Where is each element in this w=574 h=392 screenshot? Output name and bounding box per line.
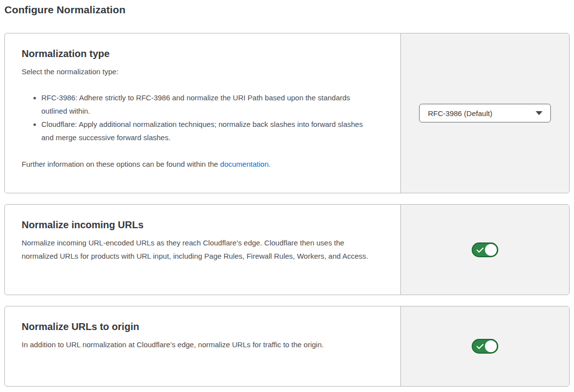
normalization-type-subtitle: Select the normalization type: [22,65,381,78]
card-normalize-incoming-urls-control-panel [400,205,569,295]
card-normalization-type: Normalization type Select the normalizat… [4,33,570,193]
documentation-link[interactable]: documentation [220,160,269,168]
card-title-normalize-incoming-urls: Normalize incoming URLs [22,219,381,231]
list-item-cloudflare: Cloudflare: Apply additional normalizati… [41,118,372,144]
documentation-note: Further information on these options can… [22,157,376,171]
toggle-knob [485,244,497,256]
normalize-urls-to-origin-toggle[interactable] [472,339,498,354]
normalize-incoming-urls-description: Normalize incoming URL-encoded URLs as t… [22,236,379,263]
card-normalization-type-control-panel: RFC-3986 (Default) [400,33,569,193]
card-normalize-urls-to-origin-control-panel [400,306,569,386]
chevron-down-icon [536,111,543,115]
check-icon [477,344,483,349]
normalize-urls-to-origin-description: In addition to URL normalization at Clou… [22,338,362,351]
card-normalize-urls-to-origin: Normalize URLs to origin In addition to … [4,306,570,387]
documentation-note-suffix: . [269,160,271,168]
normalization-type-select[interactable]: RFC-3986 (Default) [419,104,551,122]
configure-normalization-page: Configure Normalization Normalization ty… [0,0,574,391]
normalization-type-select-value: RFC-3986 (Default) [428,109,492,118]
card-title-normalize-urls-to-origin: Normalize URLs to origin [22,321,381,332]
card-normalize-urls-to-origin-content: Normalize URLs to origin In addition to … [5,306,400,386]
list-item-rfc-3986: RFC-3986: Adhere strictly to RFC-3986 an… [41,91,372,118]
documentation-note-prefix: Further information on these options can… [22,160,220,168]
card-normalize-incoming-urls: Normalize incoming URLs Normalize incomi… [4,204,570,295]
toggle-knob [485,340,497,352]
card-title-normalization-type: Normalization type [22,48,381,60]
page-title: Configure Normalization [4,4,570,16]
normalization-type-options-list: RFC-3986: Adhere strictly to RFC-3986 an… [22,91,372,144]
card-normalize-incoming-urls-content: Normalize incoming URLs Normalize incomi… [5,205,400,295]
normalize-incoming-urls-toggle[interactable] [472,242,498,257]
card-normalization-type-content: Normalization type Select the normalizat… [5,33,400,193]
check-icon [477,247,483,253]
